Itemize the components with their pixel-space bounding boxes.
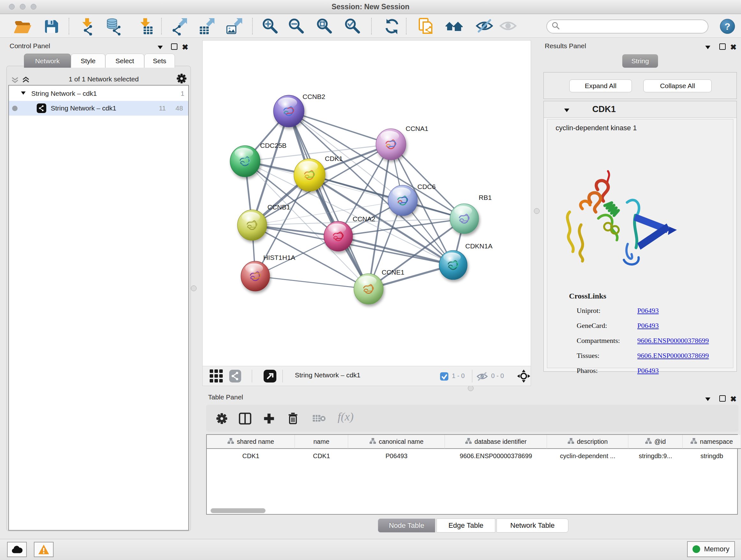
- results-panel-float-icon[interactable]: [719, 44, 726, 50]
- zoom-selected-icon[interactable]: [343, 17, 362, 36]
- section-collapse-icon[interactable]: [563, 107, 570, 115]
- export-image-icon[interactable]: [224, 17, 244, 36]
- export-network-icon[interactable]: [169, 17, 188, 36]
- crosslink-value-link[interactable]: 9606.ENSP00000378699: [637, 336, 709, 345]
- control-panel-collapse-icon[interactable]: [157, 44, 163, 52]
- table-panel-float-icon[interactable]: [719, 395, 726, 401]
- results-panel-close-icon[interactable]: ✖: [730, 43, 737, 52]
- collapse-all-button[interactable]: Collapse All: [643, 79, 712, 92]
- network-node-ccnb1[interactable]: [238, 210, 267, 240]
- column-header--id[interactable]: @id: [628, 435, 683, 449]
- network-node-ccna1[interactable]: [376, 129, 406, 160]
- import-database-icon[interactable]: [105, 17, 124, 36]
- cdk1-section-header[interactable]: CDK1: [544, 101, 737, 118]
- help-button[interactable]: ?: [720, 19, 735, 34]
- expand-all-button[interactable]: Expand All: [569, 79, 632, 92]
- table-panel-close-icon[interactable]: ✖: [730, 395, 737, 403]
- network-node-cdc25b[interactable]: [230, 145, 260, 177]
- network-share-icon[interactable]: [229, 370, 242, 384]
- column-header-name[interactable]: name: [295, 435, 348, 449]
- right-splitter-handle[interactable]: [534, 208, 540, 214]
- expand-all-networks-icon[interactable]: [22, 76, 30, 85]
- search-box[interactable]: [546, 19, 709, 34]
- fit-crosshair-icon[interactable]: [517, 369, 531, 384]
- crosslink-value-link[interactable]: P06493: [637, 321, 659, 330]
- table-cell[interactable]: stringdb: [683, 449, 741, 462]
- network-row[interactable]: String Network – cdk1 11 48: [9, 101, 188, 116]
- table-cell[interactable]: cyclin-dependent ...: [547, 449, 628, 462]
- network-node-cdk1[interactable]: [294, 159, 325, 191]
- warnings-button[interactable]: [34, 542, 54, 557]
- network-edge[interactable]: [289, 111, 391, 144]
- table-panel-collapse-icon[interactable]: [704, 396, 711, 403]
- table-cell[interactable]: 9606.ENSP00000378699: [445, 449, 547, 462]
- crosslink-row: Tissues: 9606.ENSP00000378699: [577, 352, 727, 360]
- table-cell[interactable]: CDK1: [295, 449, 348, 462]
- refresh-layout-icon[interactable]: [382, 17, 401, 36]
- import-network-icon[interactable]: [78, 17, 97, 36]
- collection-expand-icon[interactable]: [20, 90, 26, 98]
- tab-node-table[interactable]: Node Table: [378, 518, 435, 533]
- selected-checkbox-icon[interactable]: [440, 372, 448, 382]
- tab-string[interactable]: String: [622, 54, 658, 68]
- table-columns-icon[interactable]: [239, 413, 252, 426]
- birdseye-grid-icon[interactable]: [210, 369, 223, 384]
- tab-network[interactable]: Network: [24, 54, 71, 68]
- show-all-icon[interactable]: [498, 17, 518, 36]
- export-table-icon[interactable]: [197, 17, 216, 36]
- table-add-icon[interactable]: [263, 413, 275, 426]
- network-edge[interactable]: [289, 111, 368, 289]
- column-header-description[interactable]: description: [547, 435, 628, 449]
- column-header-namespace[interactable]: namespace: [683, 435, 741, 449]
- crosslink-value-link[interactable]: P06493: [637, 307, 659, 315]
- table-cell[interactable]: CDK1: [207, 449, 295, 462]
- hide-selected-icon[interactable]: [475, 17, 494, 36]
- tab-style[interactable]: Style: [71, 54, 105, 68]
- network-node-ccna2[interactable]: [324, 221, 353, 251]
- table-delete-row-icon[interactable]: [287, 412, 299, 426]
- control-panel-close-icon[interactable]: ✖: [182, 43, 188, 52]
- copy-network-icon[interactable]: [416, 17, 435, 36]
- open-in-window-icon[interactable]: [264, 370, 276, 384]
- table-hscrollbar[interactable]: [211, 508, 266, 513]
- import-table-icon[interactable]: [136, 17, 155, 36]
- results-panel-collapse-icon[interactable]: [704, 44, 711, 52]
- table-gear-icon[interactable]: [216, 413, 228, 426]
- tab-edge-table[interactable]: Edge Table: [436, 518, 495, 533]
- open-session-icon[interactable]: [13, 17, 32, 36]
- network-node-ccne1[interactable]: [354, 273, 383, 304]
- cloud-button[interactable]: [7, 542, 27, 557]
- save-session-icon[interactable]: [42, 17, 61, 36]
- crosslink-value-link[interactable]: P06493: [637, 367, 659, 375]
- bottom-splitter-handle[interactable]: [468, 385, 474, 391]
- table-cell[interactable]: P06493: [348, 449, 445, 462]
- zoom-fit-icon[interactable]: [315, 17, 334, 36]
- tab-select[interactable]: Select: [105, 54, 144, 68]
- search-input[interactable]: [560, 23, 697, 30]
- network-node-rb1[interactable]: [450, 204, 479, 234]
- hidden-eye-icon[interactable]: [476, 371, 488, 383]
- network-node-ccnb2[interactable]: [273, 95, 304, 127]
- network-node-cdkn1a[interactable]: [439, 250, 467, 280]
- zoom-out-icon[interactable]: [287, 17, 307, 36]
- left-splitter-handle[interactable]: [191, 286, 197, 291]
- network-options-gear-icon[interactable]: [176, 73, 187, 85]
- network-node-hist1h1a[interactable]: [241, 261, 270, 291]
- tab-network-table[interactable]: Network Table: [496, 518, 568, 533]
- column-header-database-identifier[interactable]: database identifier: [445, 435, 547, 449]
- home-icon[interactable]: [444, 17, 463, 36]
- control-panel-float-icon[interactable]: [171, 44, 178, 50]
- network-canvas[interactable]: CCNB2 CCNA1 CDC25B CDK1 CDC6 RB1 CCNB1: [202, 40, 531, 366]
- memory-button[interactable]: Memory: [687, 541, 735, 557]
- column-header-canonical-name[interactable]: canonical name: [348, 435, 445, 449]
- zoom-in-icon[interactable]: [261, 17, 280, 36]
- network-node-cdc6[interactable]: [388, 185, 417, 216]
- network-collection-row[interactable]: String Network – cdk1 1: [9, 86, 188, 101]
- collapse-all-networks-icon[interactable]: [11, 76, 19, 85]
- network-edge[interactable]: [255, 276, 368, 289]
- tab-sets[interactable]: Sets: [144, 54, 175, 68]
- node-table[interactable]: shared nameCDK1nameCDK1canonical nameP06…: [206, 434, 738, 515]
- column-header-shared-name[interactable]: shared name: [207, 435, 295, 449]
- table-cell[interactable]: stringdb:9...: [628, 449, 683, 462]
- crosslink-value-link[interactable]: 9606.ENSP00000378699: [637, 352, 709, 360]
